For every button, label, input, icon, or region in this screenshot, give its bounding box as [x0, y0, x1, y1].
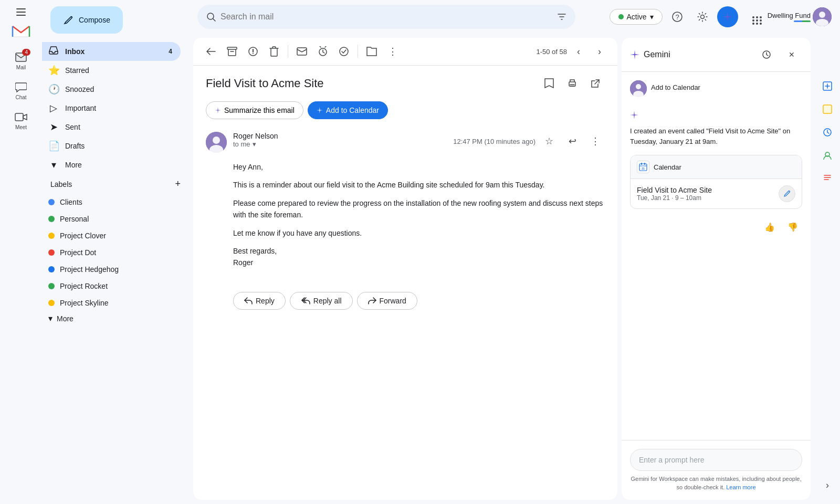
- search-icon: [206, 12, 216, 22]
- more-message-button[interactable]: ⋮: [586, 132, 605, 151]
- move-to-button[interactable]: [362, 42, 381, 61]
- right-icon-3[interactable]: [817, 122, 838, 143]
- sent-icon: ➤: [48, 121, 59, 133]
- next-email-btn[interactable]: ›: [590, 42, 609, 61]
- message-time: 12:47 PM (10 minutes ago) ☆ ↩ ⋮: [453, 132, 605, 151]
- nav-drafts-label: Drafts: [65, 142, 85, 150]
- nav-starred-label: Starred: [65, 66, 89, 75]
- svg-rect-12: [297, 48, 307, 55]
- expand-side-btn[interactable]: ›: [817, 475, 838, 496]
- add-label-btn[interactable]: +: [175, 178, 181, 190]
- body-p2: Please come prepared to review the progr…: [233, 197, 605, 221]
- nav-drafts[interactable]: 📄 Drafts: [42, 136, 181, 155]
- label-project-rocket[interactable]: Project Rocket: [42, 278, 181, 295]
- gemini-user-avatar: [630, 80, 647, 97]
- calendar-event-row: Field Visit to Acme Site Tue, Jan 21 · 9…: [631, 179, 802, 208]
- thumbs-down-button[interactable]: 👎: [783, 217, 802, 236]
- svg-point-17: [213, 136, 220, 144]
- gemini-history-btn[interactable]: [756, 44, 777, 65]
- label-dot-clover: [48, 233, 55, 239]
- prev-email-btn[interactable]: ‹: [569, 42, 588, 61]
- rail-chat[interactable]: Chat: [0, 77, 42, 104]
- label-dot-dot: [48, 249, 55, 256]
- status-button[interactable]: Active ▾: [610, 9, 663, 25]
- expand-recipients-icon[interactable]: ▾: [253, 140, 256, 148]
- nav-starred[interactable]: ⭐ Starred: [42, 61, 181, 80]
- compose-button[interactable]: Compose: [50, 6, 123, 34]
- label-personal[interactable]: Personal: [42, 211, 181, 227]
- help-button[interactable]: ?: [667, 6, 688, 27]
- hamburger-menu[interactable]: [12, 4, 30, 20]
- svg-point-7: [819, 12, 825, 18]
- email-subject-area: Field Visit to Acme Site: [193, 66, 617, 97]
- time-text: 12:47 PM (10 minutes ago): [453, 138, 536, 145]
- star-message-button[interactable]: ☆: [540, 132, 559, 151]
- right-icon-5[interactable]: [817, 168, 838, 189]
- inbox-badge: 4: [169, 48, 172, 55]
- right-icon-2[interactable]: [817, 99, 838, 120]
- summarize-button[interactable]: Summarize this email: [206, 101, 303, 119]
- search-filter-icon[interactable]: [556, 12, 567, 22]
- apps-button[interactable]: [742, 6, 763, 27]
- gemini-user-text: Add to Calendar: [651, 80, 700, 91]
- label-project-skyline[interactable]: Project Skyline: [42, 295, 181, 311]
- body-greeting: Hey Ann,: [233, 161, 605, 173]
- label-dot-rocket: [48, 283, 55, 289]
- add-task-button[interactable]: [334, 42, 353, 61]
- body-sign-name: Roger: [233, 258, 253, 267]
- label-project-hedgehog[interactable]: Project Hedgehog: [42, 261, 181, 278]
- thumbs-up-button[interactable]: 👍: [760, 217, 779, 236]
- avatar[interactable]: [813, 7, 832, 26]
- nav-snoozed[interactable]: 🕐 Snoozed: [42, 80, 181, 99]
- right-icon-4[interactable]: [817, 145, 838, 166]
- rail-meet[interactable]: Meet: [0, 107, 42, 134]
- spam-button[interactable]: [244, 42, 262, 61]
- rail-mail[interactable]: 4 Mail: [0, 47, 42, 75]
- learn-more-link[interactable]: Learn more: [726, 484, 755, 490]
- settings-button[interactable]: [692, 6, 713, 27]
- svg-rect-24: [641, 163, 642, 165]
- gmail-logo[interactable]: [10, 22, 32, 45]
- label-project-dot[interactable]: Project Dot: [42, 244, 181, 261]
- archive-button[interactable]: [223, 42, 242, 61]
- reply-quick-button[interactable]: ↩: [563, 132, 582, 151]
- nav-important[interactable]: ▷ Important: [42, 99, 181, 118]
- edit-event-button[interactable]: [779, 185, 795, 202]
- right-icon-1[interactable]: [817, 76, 838, 97]
- gemini-prompt-placeholder: Enter a prompt here: [639, 456, 705, 464]
- labels-title: Labels: [50, 180, 72, 188]
- search-box[interactable]: [197, 5, 575, 29]
- more-toolbar-button[interactable]: ⋮: [383, 42, 402, 61]
- sender-meta: to me ▾: [233, 140, 447, 148]
- print-button[interactable]: [563, 74, 582, 93]
- gemini-response-area: I created an event called "Field Visit t…: [630, 106, 802, 236]
- delete-button[interactable]: [265, 42, 284, 61]
- label-project-clover[interactable]: Project Clover: [42, 227, 181, 244]
- reply-all-button[interactable]: Reply all: [290, 292, 353, 310]
- label-clients[interactable]: Clients: [42, 194, 181, 211]
- bookmark-button[interactable]: [540, 74, 559, 93]
- nav-sent[interactable]: ➤ Sent: [42, 118, 181, 136]
- gemini-prompt-input[interactable]: Enter a prompt here: [630, 449, 802, 471]
- important-icon: ▷: [48, 102, 59, 114]
- gemini-close-btn[interactable]: ✕: [781, 44, 802, 65]
- open-in-new-button[interactable]: [586, 74, 605, 93]
- message-body: Hey Ann, This is a reminder about our fi…: [206, 161, 605, 269]
- subject-icons: [540, 74, 605, 93]
- nav-more[interactable]: ▾ More: [42, 155, 181, 174]
- add-to-calendar-button[interactable]: Add to Calendar: [308, 101, 388, 119]
- mail-icon: 4: [15, 51, 27, 64]
- search-input[interactable]: [220, 12, 552, 22]
- email-unread-button[interactable]: [292, 42, 311, 61]
- back-button[interactable]: [202, 42, 220, 61]
- gemini-fab-button[interactable]: [717, 6, 738, 27]
- nav-inbox[interactable]: Inbox 4: [42, 42, 181, 61]
- snooze-button[interactable]: [313, 42, 332, 61]
- labels-more-btn[interactable]: ▾ More: [42, 311, 189, 326]
- reply-button[interactable]: Reply: [233, 292, 286, 310]
- forward-button[interactable]: Forward: [357, 292, 417, 310]
- feedback-area: 👍 👎: [630, 217, 802, 236]
- account-area[interactable]: Dwelling Fund: [768, 7, 832, 26]
- svg-rect-25: [644, 163, 645, 165]
- sender-avatar: [206, 132, 227, 153]
